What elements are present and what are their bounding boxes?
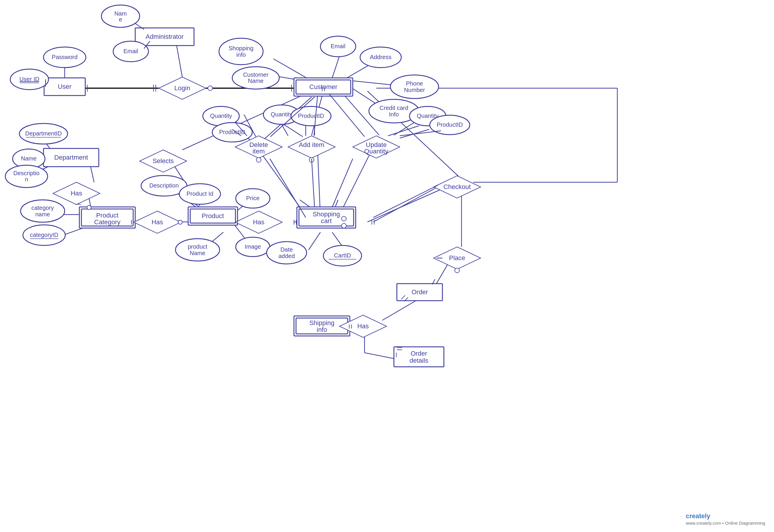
attr-dept-name-label: Name (21, 155, 36, 162)
attr-dept-desc: Descriptio n (5, 165, 48, 188)
er-diagram: Administrator User Customer Department P… (0, 0, 774, 532)
svg-line-7 (353, 81, 395, 85)
attr-delete-qty-label: Quantity (210, 113, 232, 119)
entity-shipping-info-label-1: Shipping (309, 319, 335, 327)
relationship-login: Login (159, 77, 206, 99)
attr-customer-name-label-2: Name (248, 78, 263, 84)
svg-line-8 (350, 87, 379, 106)
attr-customer-address: Address (360, 47, 401, 68)
svg-line-155 (329, 94, 365, 137)
relationship-update-qty: Update Quantity (353, 136, 400, 158)
svg-point-137 (342, 223, 346, 228)
relationship-has-cat-label: Has (151, 218, 163, 226)
relationship-delete-item-label-2: item (253, 148, 265, 155)
attr-cat-name: category name (21, 200, 65, 222)
attr-product-price-label: Price (246, 195, 260, 201)
attr-delete-pid: ProductID (212, 123, 252, 142)
entity-administrator: Administrator (135, 28, 194, 46)
attr-dept-desc-label-1: Descriptio (14, 170, 40, 176)
entity-order-details-label-2: details (409, 357, 428, 364)
entity-user: User (44, 78, 85, 96)
attr-customer-email: Email (320, 36, 356, 57)
svg-line-27 (309, 232, 320, 250)
relationship-has-product-label: Has (253, 218, 264, 226)
entity-customer-label: Customer (309, 83, 337, 91)
svg-point-134 (256, 158, 261, 162)
entity-order-label: Order (412, 288, 428, 296)
relationship-place-label: Place (449, 254, 465, 262)
attr-cart-date-label-1: Date (280, 246, 293, 253)
relationship-selects-label: Selects (153, 157, 174, 165)
entity-order: Order (397, 284, 442, 301)
entity-shopping-cart-label-2: cart (321, 217, 332, 225)
attr-cat-id: categoryID (23, 225, 65, 245)
attr-shopping-info-label-2: info (236, 51, 246, 58)
attr-product-image: Image (236, 237, 270, 257)
attr-user-password: Password (44, 47, 86, 68)
entity-product: Product (188, 207, 238, 225)
relationship-has-cat: Has (134, 211, 181, 233)
relationship-has-order-label: Has (357, 322, 369, 330)
attr-customer-name-label-1: Customer (243, 71, 269, 78)
attr-admin-name: Nam e (101, 5, 140, 27)
relationship-checkout-label: Checkout (444, 183, 471, 190)
attr-product-price: Price (236, 189, 270, 208)
svg-line-5 (332, 56, 340, 78)
attr-cart-date-label-2: added (278, 253, 295, 259)
entity-user-label: User (58, 83, 71, 90)
attr-admin-name-label-1: Nam (114, 10, 127, 17)
attr-user-id-label: User ID (19, 76, 39, 82)
svg-line-44 (367, 188, 444, 222)
svg-point-126 (178, 220, 182, 224)
attr-customer-address-label: Address (370, 54, 391, 60)
svg-line-156 (270, 159, 306, 218)
relationship-has-dept: Has (53, 182, 100, 205)
entity-shipping-info-label-2: info (317, 326, 327, 333)
svg-line-158 (332, 159, 353, 207)
attr-admin-email-label: Email (123, 48, 138, 54)
relationship-login-label: Login (174, 84, 190, 92)
svg-line-157 (312, 159, 315, 207)
svg-point-136 (342, 216, 346, 221)
attr-dept-id-label: DepartmentID (25, 130, 62, 137)
svg-point-120 (208, 86, 213, 91)
attr-product-desc-label: Description (149, 182, 179, 189)
attr-product-name-label-2: Name (190, 250, 205, 256)
attr-product-id: Product Id (179, 184, 220, 204)
attr-cart-id-label: CartID (334, 252, 351, 259)
relationship-has-dept-label: Has (71, 190, 82, 197)
entity-customer: Customer (294, 78, 353, 96)
svg-line-2 (176, 44, 182, 77)
relationship-update-qty-label-2: Quantity (364, 148, 388, 155)
attr-user-password-label: Password (52, 54, 78, 60)
attr-customer-phone: Phone Number (390, 75, 439, 98)
attr-customer-phone-label-2: Number (404, 87, 425, 93)
attr-product-id-label: Product Id (186, 190, 213, 197)
attr-dept-id: DepartmentID (19, 123, 68, 144)
watermark: creately www.creately.com • Online Diagr… (686, 512, 765, 526)
svg-line-161 (373, 185, 438, 218)
attr-customer-email-label: Email (331, 43, 345, 49)
svg-line-37 (282, 123, 303, 137)
attr-cat-name-label-1: category (31, 205, 54, 211)
entity-product-label: Product (202, 212, 224, 220)
entity-product-category: Product Category (79, 207, 135, 228)
watermark-url: www.creately.com • Online Diagramming (686, 521, 765, 526)
relationship-add-item-label-1: Add item (299, 141, 325, 148)
entity-order-details-label-1: Order (411, 350, 427, 357)
attr-cart-id: CartID (323, 245, 362, 266)
attr-cat-id-label: categoryID (30, 232, 58, 238)
relationship-selects: Selects (140, 150, 187, 172)
svg-point-124 (87, 205, 91, 210)
attr-customer-phone-label-1: Phone (406, 80, 423, 87)
svg-line-54 (373, 185, 441, 222)
attr-shopping-info-label-1: Shopping (229, 45, 254, 51)
relationship-add-item: Add item (288, 136, 335, 158)
attr-product-name-label-1: product (188, 243, 208, 250)
attr-customer-credit-label-2: Info (389, 111, 399, 118)
relationship-checkout: Checkout (434, 176, 481, 198)
relationship-has-product: Has (235, 211, 282, 233)
entity-department-label: Department (54, 154, 88, 161)
attr-update-pid-label: ProductID (437, 121, 463, 128)
attr-add-pid: ProductID (291, 106, 331, 126)
